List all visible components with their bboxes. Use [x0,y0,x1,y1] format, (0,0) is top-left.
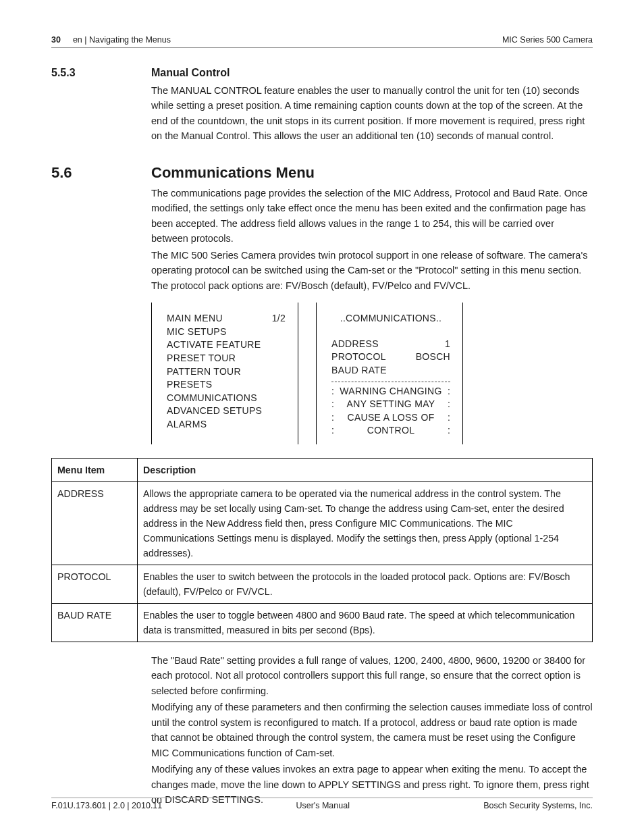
product-name: MIC Series 500 Camera [502,35,593,45]
section-56-heading: 5.6 Communications Menu [51,164,593,182]
breadcrumb: en | Navigating the Menus [73,35,171,45]
after-table-body: The "Baud Rate" setting provides a full … [151,653,593,808]
menu-item-cell: BAUD RATE [52,603,138,642]
menu-box-communications: ..COMMUNICATIONS.. ADDRESS1 PROTOCOLBOSC… [316,303,463,444]
description-cell: Enables the user to switch between the p… [138,565,593,603]
paragraph: The communications page provides the sel… [151,186,593,246]
warning-line: CONTROL [367,424,415,438]
warning-line: CAUSE A LOSS OF [348,411,435,425]
section-title: Manual Control [151,67,230,79]
footer-right: Bosch Security Systems, Inc. [483,801,593,810]
footer-left: F.01U.173.601 | 2.0 | 2010.11 [51,801,162,810]
section-553-heading: 5.5.3 Manual Control [51,67,593,79]
page-footer: F.01U.173.601 | 2.0 | 2010.11 User's Man… [51,798,593,810]
table-header: Description [138,458,593,481]
menu-item: PRESETS [167,378,286,392]
footer-center: User's Manual [296,801,350,810]
menu-item: PRESET TOUR [167,352,286,365]
menu-item: PATTERN TOUR [167,365,286,379]
paragraph: The MANUAL CONTROL feature enables the u… [151,83,593,144]
menu-item: ALARMS [167,418,286,432]
menu-field-label: BAUD RATE [331,364,387,377]
menu-item: ACTIVATE FEATURE [167,338,286,352]
description-cell: Enables the user to toggle between 4800 … [138,603,593,642]
paragraph: The "Baud Rate" setting provides a full … [151,653,593,698]
menu-page-indicator: 1/2 [272,312,286,325]
section-number: 5.5.3 [51,67,151,79]
page-number: 30 [51,35,61,45]
warning-line: ANY SETTING MAY [347,398,435,411]
menu-item: MIC SETUPS [167,325,286,339]
warning-line: WARNING CHANGING [340,385,441,398]
menu-field-label: ADDRESS [331,338,379,351]
paragraph: The MIC 500 Series Camera provides twin … [151,248,593,293]
menu-title: MAIN MENU [167,312,223,325]
menu-item: COMMUNICATIONS [167,392,286,405]
page-header: 30 en | Navigating the Menus MIC Series … [51,35,593,48]
table-header: Menu Item [52,458,138,481]
description-table: Menu Item Description ADDRESS Allows the… [51,458,593,642]
menu-item-cell: PROTOCOL [52,565,138,603]
menu-item-cell: ADDRESS [52,481,138,565]
section-56-body: The communications page provides the sel… [151,186,593,293]
menu-field-label: PROTOCOL [331,350,386,364]
menu-box-main: MAIN MENU 1/2 MIC SETUPS ACTIVATE FEATUR… [151,303,298,444]
table-row: PROTOCOL Enables the user to switch betw… [52,565,593,603]
table-row: ADDRESS Allows the appropriate camera to… [52,481,593,565]
section-number: 5.6 [51,164,151,182]
section-553-body: The MANUAL CONTROL feature enables the u… [151,83,593,144]
paragraph: Modifying any of these parameters and th… [151,700,593,760]
description-cell: Allows the appropriate camera to be oper… [138,481,593,565]
menu-item: ADVANCED SETUPS [167,405,286,418]
menu-diagram: MAIN MENU 1/2 MIC SETUPS ACTIVATE FEATUR… [151,303,593,444]
menu-field-value: BOSCH [416,350,450,364]
table-row: BAUD RATE Enables the user to toggle bet… [52,603,593,642]
menu-field-value: 1 [445,338,450,351]
menu-title: ..COMMUNICATIONS.. [331,312,450,325]
section-title: Communications Menu [151,164,315,182]
